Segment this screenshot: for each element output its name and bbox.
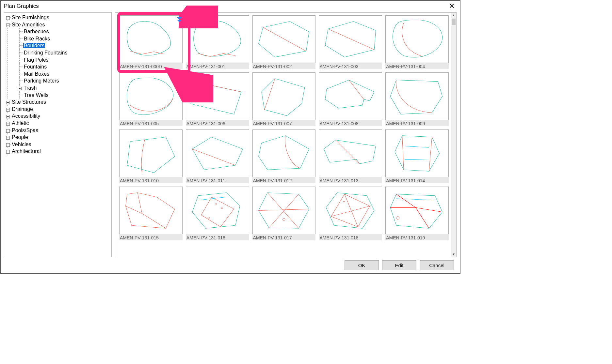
tree-mail-boxes[interactable]: Mail Boxes	[23, 71, 50, 77]
expand-icon[interactable]: +	[6, 136, 10, 140]
thumbnail-label: AMEN-PV-131-007	[252, 120, 316, 126]
expand-icon[interactable]: +	[6, 122, 10, 126]
thumbnail-item[interactable]: AMEN-PV-131-001	[186, 15, 249, 69]
thumbnail-preview	[385, 187, 449, 234]
thumbnail-label: AMEN-PV-131-001	[186, 63, 249, 69]
cancel-button[interactable]: Cancel	[420, 260, 454, 270]
tree-site-structures[interactable]: Site Structures	[11, 99, 47, 105]
thumbnail-preview	[119, 187, 183, 234]
tree-athletic[interactable]: Athletic	[11, 120, 29, 126]
expand-icon[interactable]: +	[6, 108, 10, 112]
titlebar: Plan Graphics ✕	[1, 1, 460, 12]
thumbnail-item[interactable]: AMEN-PV-131-012	[252, 129, 316, 183]
expand-icon[interactable]: +	[6, 129, 10, 133]
thumbnail-item[interactable]: AMEN-PV-131-010	[119, 129, 183, 183]
plan-graphics-dialog: Plan Graphics ✕ +Site Furnishings −Site …	[0, 0, 460, 274]
tree-vehicles[interactable]: Vehicles	[11, 142, 32, 147]
thumbnail-item[interactable]: AMEN-PV-131-016	[186, 187, 249, 240]
thumbnail-label: AMEN-PV-131-005	[119, 120, 183, 126]
close-icon[interactable]: ✕	[446, 2, 457, 10]
thumbnail-item[interactable]: AMEN-PV-131-006	[186, 72, 249, 126]
tree-architectural[interactable]: Architectural	[11, 148, 41, 154]
tree-people[interactable]: People	[11, 134, 29, 140]
expand-icon[interactable]: +	[6, 143, 10, 147]
thumbnail-label: AMEN-PV-131-019	[385, 234, 449, 240]
thumbnail-label: AMEN-PV-131-008	[319, 120, 382, 126]
tree-parking-meters[interactable]: Parking Meters	[23, 78, 60, 83]
expand-icon[interactable]: +	[6, 16, 10, 20]
thumbnail-preview	[186, 72, 249, 120]
svg-point-0	[208, 217, 209, 219]
thumbnail-label: AMEN-PV-131-000D	[119, 63, 183, 69]
thumbnail-item[interactable]: AMEN-PV-131-014	[385, 129, 449, 183]
expand-icon[interactable]: +	[6, 150, 10, 154]
tree-barbecues[interactable]: Barbecues	[23, 29, 50, 34]
thumbnail-label: AMEN-PV-131-017	[252, 234, 316, 240]
thumbnail-item[interactable]: AMEN-PV-131-000D	[119, 15, 183, 69]
tree-bike-racks[interactable]: Bike Racks	[23, 36, 51, 41]
thumbnail-item[interactable]: AMEN-PV-131-009	[385, 72, 449, 126]
thumbnail-item[interactable]: AMEN-PV-131-007	[252, 72, 316, 126]
thumbnail-preview	[252, 187, 316, 234]
thumbnail-item[interactable]: AMEN-PV-131-005	[119, 72, 183, 126]
thumbnail-item[interactable]: AMEN-PV-131-013	[319, 129, 382, 183]
edit-button[interactable]: Edit	[382, 260, 416, 270]
thumbnail-preview	[385, 72, 449, 120]
thumbnail-item[interactable]: AMEN-PV-131-011	[186, 129, 249, 183]
thumbnail-item[interactable]: AMEN-PV-131-003	[319, 15, 382, 69]
thumbnail-gallery: AMEN-PV-131-000DAMEN-PV-131-001AMEN-PV-1…	[115, 13, 451, 257]
thumbnail-preview	[319, 15, 382, 63]
scroll-thumb[interactable]	[452, 19, 456, 25]
thumbnail-label: AMEN-PV-131-016	[186, 234, 249, 240]
thumbnail-preview	[252, 72, 316, 120]
tree-trash[interactable]: Trash	[23, 85, 37, 91]
thumbnail-item[interactable]: AMEN-PV-131-018	[319, 187, 382, 240]
tree-drainage[interactable]: Drainage	[11, 106, 34, 112]
expand-icon[interactable]: +	[18, 87, 22, 90]
tree-flag-poles[interactable]: Flag Poles	[23, 57, 49, 63]
thumbnail-label: AMEN-PV-131-015	[119, 234, 183, 240]
expand-icon[interactable]: +	[6, 101, 10, 104]
thumbnail-preview	[119, 129, 183, 177]
thumbnail-label: AMEN-PV-131-013	[319, 177, 382, 183]
thumbnail-item[interactable]: AMEN-PV-131-019	[385, 187, 449, 240]
thumbnail-preview	[385, 129, 449, 177]
thumbnail-label: AMEN-PV-131-014	[385, 177, 449, 183]
thumbnail-preview	[186, 187, 249, 234]
tree-tree-wells[interactable]: Tree Wells	[23, 92, 49, 98]
svg-point-3	[283, 218, 285, 220]
thumbnail-label: AMEN-PV-131-004	[385, 63, 449, 69]
scroll-down-icon[interactable]: ▼	[451, 252, 456, 256]
dialog-footer: OK Edit Cancel	[1, 257, 460, 273]
svg-point-5	[356, 198, 357, 199]
thumbnail-item[interactable]: AMEN-PV-131-015	[119, 187, 183, 240]
scroll-up-icon[interactable]: ▲	[451, 13, 456, 17]
tree-site-amenities[interactable]: Site Amenities	[11, 22, 45, 27]
thumbnail-preview	[385, 15, 449, 63]
thumbnail-preview	[186, 129, 249, 177]
tree-drinking-fountains[interactable]: Drinking Fountains	[23, 50, 68, 55]
thumbnail-preview	[319, 187, 382, 234]
tree-boulders[interactable]: Boulders	[23, 43, 45, 48]
thumbnail-gallery-panel: AMEN-PV-131-000DAMEN-PV-131-001AMEN-PV-1…	[115, 12, 457, 257]
thumbnail-item[interactable]: AMEN-PV-131-008	[319, 72, 382, 126]
scrollbar[interactable]: ▲ ▼	[451, 13, 456, 257]
thumbnail-label: AMEN-PV-131-010	[119, 177, 183, 183]
thumbnail-item[interactable]: AMEN-PV-131-002	[252, 15, 316, 69]
tree-fountains[interactable]: Fountains	[23, 64, 47, 69]
svg-point-6	[396, 216, 399, 219]
thumbnail-label: AMEN-PV-131-011	[186, 177, 249, 183]
category-tree[interactable]: +Site Furnishings −Site Amenities Barbec…	[6, 14, 111, 155]
thumbnail-item[interactable]: AMEN-PV-131-004	[385, 15, 449, 69]
thumbnail-item[interactable]: AMEN-PV-131-017	[252, 187, 316, 240]
expand-icon[interactable]: +	[6, 115, 10, 118]
tree-accessibility[interactable]: Accessibility	[11, 113, 41, 119]
collapse-icon[interactable]: −	[6, 23, 10, 27]
thumbnail-preview	[186, 15, 249, 63]
thumbnail-label: AMEN-PV-131-018	[319, 234, 382, 240]
thumbnail-preview	[119, 72, 183, 120]
ok-button[interactable]: OK	[345, 260, 379, 270]
thumbnail-label: AMEN-PV-131-002	[252, 63, 316, 69]
tree-pools-spas[interactable]: Pools/Spas	[11, 128, 39, 133]
tree-site-furnishings[interactable]: Site Furnishings	[11, 15, 50, 20]
